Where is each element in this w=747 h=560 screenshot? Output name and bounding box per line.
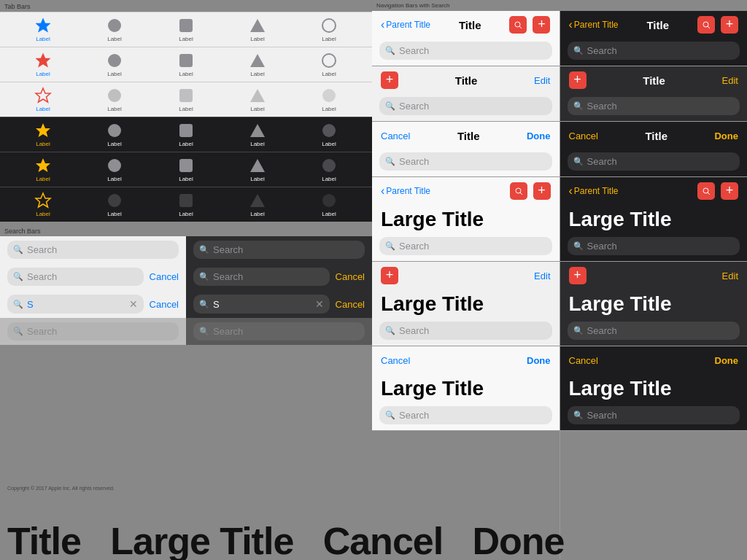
tab-item-4[interactable]: Label bbox=[243, 17, 272, 42]
nav-edit-2-dark[interactable]: Edit bbox=[722, 75, 738, 86]
add-left-btn-5[interactable]: + bbox=[381, 267, 398, 284]
nav-done-6-light[interactable]: Done bbox=[527, 355, 551, 366]
search-icon-btn-4d[interactable] bbox=[697, 182, 715, 200]
tab-item-d35[interactable]: Label bbox=[314, 192, 344, 217]
nav-cancel-3-light[interactable]: Cancel bbox=[381, 131, 410, 141]
search-field-3-dark[interactable]: 🔍 S ✕ bbox=[193, 295, 330, 314]
tab-label-s3: Label bbox=[179, 106, 193, 112]
add-left-btn-2d[interactable]: + bbox=[569, 71, 587, 89]
clear-button-3[interactable]: ✕ bbox=[129, 298, 138, 310]
search-panel-3-light: 🔍 S ✕ Cancel bbox=[0, 290, 186, 318]
nav-back-4-dark[interactable]: ‹ Parent Title bbox=[569, 184, 619, 198]
nav-actions-4-light: + bbox=[510, 182, 551, 200]
nav-cancel-3-dark[interactable]: Cancel bbox=[569, 131, 598, 141]
cancel-button-2-dark[interactable]: Cancel bbox=[336, 271, 365, 282]
tab-item-d3[interactable]: Label bbox=[171, 122, 201, 147]
tab-item-d2[interactable]: Label bbox=[100, 122, 129, 147]
nav-search-field-4-dark[interactable]: 🔍 Search bbox=[568, 237, 740, 255]
tab-item-r4[interactable]: Label bbox=[243, 52, 272, 77]
tab-label-d23: Label bbox=[179, 176, 193, 182]
search-mag-1d: 🔍 bbox=[573, 46, 584, 55]
tab-item-r5[interactable]: Label bbox=[314, 52, 344, 77]
tab-icon-circle bbox=[106, 17, 123, 34]
tab-item-5[interactable]: Label bbox=[314, 17, 344, 42]
nav-search-4-light: 🔍 Search bbox=[372, 234, 560, 261]
tab-item-d25[interactable]: Label bbox=[314, 157, 344, 182]
nav-search-field-1-light[interactable]: 🔍 Search bbox=[379, 42, 552, 60]
tab-item-r2[interactable]: Label bbox=[100, 52, 129, 77]
add-left-btn-2[interactable]: + bbox=[381, 71, 398, 89]
tab-item-d31[interactable]: Label bbox=[28, 192, 58, 217]
nav-search-field-2-dark[interactable]: 🔍 Search bbox=[568, 97, 740, 115]
tab-item-d5[interactable]: Label bbox=[314, 122, 344, 147]
nav-done-3-light[interactable]: Done bbox=[527, 131, 551, 141]
nav-edit-5-dark[interactable]: Edit bbox=[722, 271, 738, 281]
nav-back-1-light[interactable]: ‹ Parent Title bbox=[381, 18, 430, 31]
cancel-button-2-light[interactable]: Cancel bbox=[150, 271, 179, 282]
tab-item-d1[interactable]: Label bbox=[28, 122, 58, 147]
nav-search-field-1-dark[interactable]: 🔍 Search bbox=[568, 42, 740, 60]
tab-item-d4[interactable]: Label bbox=[243, 122, 272, 147]
tab-item-s3[interactable]: Label bbox=[171, 87, 201, 112]
nav-done-6-dark[interactable]: Done bbox=[715, 355, 739, 366]
search-bar-group-2: 🔍 Search Cancel 🔍 Search Cancel bbox=[0, 263, 372, 290]
clear-button-3d[interactable]: ✕ bbox=[315, 298, 324, 310]
add-left-btn-5d[interactable]: + bbox=[569, 267, 587, 284]
search-icon-btn-4[interactable] bbox=[510, 182, 527, 200]
tab-item-d34[interactable]: Label bbox=[243, 192, 272, 217]
tab-icon-pentagon bbox=[320, 52, 338, 69]
tab-item-s1[interactable]: Label bbox=[28, 87, 58, 112]
nav-search-field-5-light[interactable]: 🔍 Search bbox=[379, 322, 552, 340]
svg-marker-3 bbox=[250, 19, 265, 32]
add-icon-btn-1d[interactable]: + bbox=[721, 16, 738, 34]
nav-cancel-6-light[interactable]: Cancel bbox=[381, 355, 410, 366]
search-icon-btn-1[interactable] bbox=[509, 16, 527, 34]
nav-cancel-6-dark[interactable]: Cancel bbox=[569, 355, 598, 366]
nav-back-4-light[interactable]: ‹ Parent Title bbox=[381, 184, 430, 198]
search-field-1-light[interactable]: 🔍 Search bbox=[7, 241, 179, 259]
tab-item-s2[interactable]: Label bbox=[100, 87, 129, 112]
add-icon-btn-4d[interactable]: + bbox=[721, 182, 738, 200]
tab-item-r3[interactable]: Label bbox=[171, 52, 201, 77]
nav-search-field-6-dark[interactable]: 🔍 Search bbox=[568, 406, 740, 424]
add-icon-btn-1[interactable]: + bbox=[533, 16, 550, 34]
nav-done-3-dark[interactable]: Done bbox=[714, 131, 738, 141]
tab-item-d24[interactable]: Label bbox=[243, 157, 272, 182]
search-placeholder-2: Search bbox=[27, 271, 138, 282]
cancel-button-3-light[interactable]: Cancel bbox=[150, 299, 179, 310]
tab-item-d23[interactable]: Label bbox=[171, 157, 201, 182]
search-field-1-dark[interactable]: 🔍 Search bbox=[193, 241, 365, 259]
nav-back-label-4: Parent Title bbox=[386, 186, 430, 196]
search-field-3-light[interactable]: 🔍 S ✕ bbox=[7, 295, 144, 314]
tab-icon-tri-d3 bbox=[249, 192, 266, 209]
tab-item-2[interactable]: Label bbox=[100, 17, 129, 42]
svg-line-31 bbox=[519, 26, 522, 28]
nav-search-field-4-light[interactable]: 🔍 Search bbox=[379, 237, 552, 255]
search-bars-label: Search Bars bbox=[0, 225, 372, 236]
nav-search-field-5-dark[interactable]: 🔍 Search bbox=[568, 322, 740, 340]
nav-search-5-dark: 🔍 Search bbox=[560, 319, 748, 346]
tab-item-r1[interactable]: Label bbox=[28, 52, 58, 77]
tab-item-s4[interactable]: Label bbox=[243, 87, 272, 112]
search-field-2-dark[interactable]: 🔍 Search bbox=[193, 268, 330, 286]
nav-search-field-2-light[interactable]: 🔍 Search bbox=[379, 97, 552, 115]
tab-item-d22[interactable]: Label bbox=[100, 157, 129, 182]
svg-line-33 bbox=[520, 192, 522, 195]
nav-search-field-3-dark[interactable]: 🔍 Search bbox=[568, 152, 740, 171]
add-icon-btn-4[interactable]: + bbox=[533, 182, 551, 200]
tab-item-d32[interactable]: Label bbox=[100, 192, 129, 217]
tab-item-d33[interactable]: Label bbox=[171, 192, 201, 217]
tab-item-s5[interactable]: Label bbox=[314, 87, 344, 112]
nav-edit-5-light[interactable]: Edit bbox=[534, 271, 550, 281]
search-icon-btn-1d[interactable] bbox=[697, 16, 715, 34]
nav-edit-2-light[interactable]: Edit bbox=[534, 75, 550, 86]
nav-back-1-dark[interactable]: ‹ Parent Title bbox=[569, 18, 619, 31]
tab-item-d21[interactable]: Label bbox=[28, 157, 58, 182]
nav-search-field-3-light[interactable]: 🔍 Search bbox=[379, 152, 552, 171]
nav-search-field-6-light[interactable]: 🔍 Search bbox=[379, 406, 552, 424]
tab-item-1[interactable]: Label bbox=[28, 17, 58, 42]
search-field-2-light[interactable]: 🔍 Search bbox=[7, 268, 144, 286]
nav-search-2-dark: 🔍 Search bbox=[560, 94, 748, 121]
cancel-button-3-dark[interactable]: Cancel bbox=[336, 299, 365, 310]
tab-item-3[interactable]: Label bbox=[171, 17, 201, 42]
